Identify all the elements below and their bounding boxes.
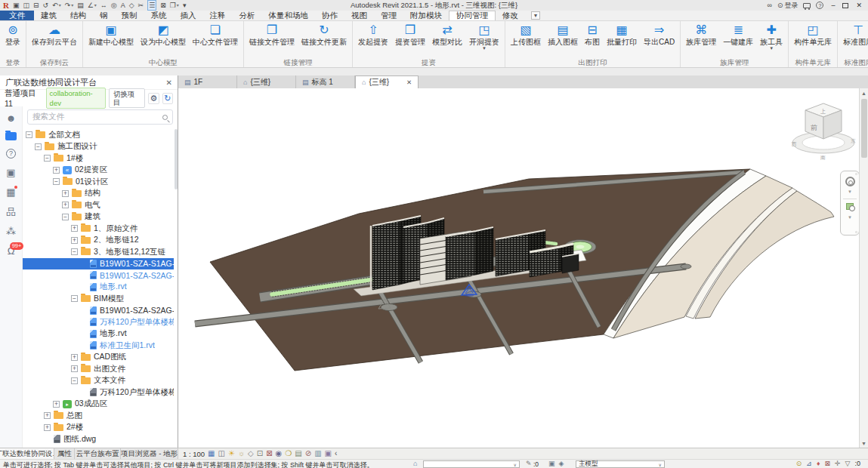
- view-tab-3d-2[interactable]: ⌂{三维}✕: [355, 75, 419, 88]
- worksharing-icon[interactable]: ▣: [325, 449, 332, 458]
- select-underlay-icon[interactable]: ⊿: [806, 460, 812, 467]
- ribbon-toggle-icon[interactable]: ▾: [531, 11, 540, 20]
- shadows-icon[interactable]: ☼: [238, 449, 245, 458]
- steering-wheel-icon[interactable]: [845, 177, 855, 186]
- tree-item[interactable]: −全部文档: [23, 129, 174, 141]
- tree-item[interactable]: +«02提资区: [23, 165, 174, 177]
- customize-qat-icon[interactable]: ▾: [183, 1, 187, 10]
- tree-item[interactable]: +CAD图纸: [23, 352, 174, 364]
- drawing-area[interactable]: 上 前 南 东 西 ▼ ▼: [178, 88, 859, 448]
- standard-drawing-library-button[interactable]: ⊤标准图库: [840, 22, 868, 46]
- ribbon-tab-建筑[interactable]: 建筑: [34, 11, 63, 20]
- ribbon-tab-协同管理[interactable]: 协同管理: [449, 11, 496, 20]
- tag-icon[interactable]: ◎: [111, 1, 117, 10]
- ribbon-tab-分析[interactable]: 分析: [233, 11, 262, 20]
- collapse-icon[interactable]: −: [71, 248, 78, 255]
- tree-item[interactable]: +2#楼: [23, 422, 174, 434]
- tree-item[interactable]: 地形.rvt: [23, 328, 174, 340]
- tree-item[interactable]: −1#楼: [23, 152, 174, 165]
- insert-titleblock-button[interactable]: ▤插入图框: [545, 22, 581, 46]
- one-key-library-button[interactable]: ≣一键建库: [720, 22, 756, 46]
- tree-item[interactable]: +▸03成品区: [23, 399, 174, 411]
- expand-icon[interactable]: +: [44, 412, 51, 419]
- zoom-dropdown-icon[interactable]: ▼: [848, 215, 852, 220]
- viewcube-front-label[interactable]: 前: [811, 124, 817, 131]
- ribbon-tab-系统[interactable]: 系统: [144, 11, 174, 20]
- search-icon[interactable]: ∞: [767, 2, 771, 9]
- login-button[interactable]: ⊚登录: [2, 22, 23, 46]
- tree-item[interactable]: −01设计区: [23, 176, 174, 188]
- hide-analytical-icon[interactable]: ⊘: [305, 449, 311, 458]
- ribbon-tab-附加模块[interactable]: 附加模块: [403, 11, 449, 20]
- scroll-down-icon[interactable]: ▼: [860, 439, 868, 448]
- save-icon[interactable]: ⊟: [33, 1, 39, 10]
- tab-close-icon[interactable]: ✕: [406, 79, 412, 86]
- tree-item[interactable]: +1、原始文件: [23, 223, 174, 235]
- view-scale[interactable]: 1 : 100: [183, 450, 205, 458]
- expand-icon[interactable]: +: [62, 202, 69, 208]
- upload-titleblock-button[interactable]: ▧上传图框: [508, 22, 544, 46]
- view-tab-level1[interactable]: ▤标高 1: [296, 75, 355, 88]
- collapse-icon[interactable]: −: [71, 295, 78, 302]
- ribbon-tab-修改[interactable]: 修改: [496, 11, 525, 20]
- crop-view-icon[interactable]: ⊡: [257, 449, 263, 458]
- collapse-icon[interactable]: −: [62, 214, 69, 220]
- submission-manage-button[interactable]: ❒提资管理: [392, 22, 428, 46]
- view-tab-1f[interactable]: ▤1F: [178, 75, 237, 88]
- tree-item[interactable]: +总图: [23, 410, 174, 422]
- family-library-button[interactable]: ⌘族库管理: [683, 22, 719, 46]
- initiate-submission-button[interactable]: ⇧发起提资: [355, 22, 391, 46]
- ribbon-display-toggle[interactable]: ▾: [525, 11, 546, 20]
- export-cad-button[interactable]: ⇒导出CAD: [641, 22, 678, 46]
- print-icon[interactable]: ▤: [77, 1, 84, 10]
- stats-icon[interactable]: ▦: [6, 186, 15, 198]
- switch-windows-icon[interactable]: ❐▾: [170, 1, 179, 10]
- refresh-icon[interactable]: ↻: [162, 93, 173, 104]
- panel-settings-icon[interactable]: ⚙: [148, 93, 159, 104]
- view-tab-3d-1[interactable]: ⌂{三维}: [237, 75, 296, 88]
- reveal-hidden-icon[interactable]: ❍: [285, 449, 292, 458]
- design-options-select[interactable]: 主模型∨: [576, 460, 665, 468]
- ribbon-tab-插入[interactable]: 插入: [174, 11, 203, 20]
- measure-icon[interactable]: ∠▾: [88, 1, 97, 10]
- dropdown-caret-icon[interactable]: ▾: [59, 1, 61, 10]
- component-unit-library-button[interactable]: ◰构件单元库: [791, 22, 835, 46]
- expand-icon[interactable]: +: [62, 190, 69, 197]
- active-workset-select[interactable]: ∨: [423, 460, 520, 468]
- tree-item[interactable]: +电气: [23, 199, 174, 211]
- model-compare-button[interactable]: ⇄模型对比: [429, 22, 465, 46]
- tree-scrollbar[interactable]: [175, 129, 178, 189]
- design-options-icon[interactable]: ◈: [559, 460, 564, 467]
- zoom-region-icon[interactable]: [846, 203, 854, 210]
- collapse-icon[interactable]: −: [35, 143, 42, 150]
- tree-item[interactable]: 图纸.dwg: [23, 433, 174, 445]
- tree-item[interactable]: 标准卫生间1.rvt: [23, 340, 174, 352]
- ribbon-tab-体量和场地[interactable]: 体量和场地: [262, 11, 316, 20]
- dropdown-caret-icon[interactable]: ▾: [177, 1, 179, 10]
- dropdown-caret-icon[interactable]: ▼: [482, 46, 487, 51]
- expand-icon[interactable]: +: [71, 365, 78, 372]
- save-to-cloud-button[interactable]: ☁保存到云平台: [29, 22, 80, 46]
- link-file-manage-button[interactable]: ❐链接文件管理: [246, 22, 298, 46]
- undo-icon[interactable]: ↶▾: [52, 1, 61, 10]
- tree-item[interactable]: −施工图设计: [23, 141, 174, 153]
- layout-button[interactable]: ⊟布图: [582, 22, 603, 46]
- search-magnifier-icon[interactable]: [162, 115, 168, 120]
- sync-icon[interactable]: ↺: [43, 1, 49, 10]
- family-tools-button[interactable]: ✚族工具▼: [757, 22, 786, 51]
- opening-submission-button[interactable]: ◳开洞提资▼: [466, 22, 502, 51]
- viewcube-top-label[interactable]: 上: [820, 109, 826, 114]
- tree-item[interactable]: B19W01-SZA-S2AG-AR-N: [23, 269, 174, 282]
- compass-east-label[interactable]: 东: [851, 138, 856, 143]
- ribbon-tab-视图[interactable]: 视图: [344, 11, 374, 20]
- select-links-icon[interactable]: ⊙: [796, 460, 802, 467]
- open-icon[interactable]: ◫: [23, 1, 29, 10]
- collapse-icon[interactable]: −: [26, 131, 32, 138]
- bottom-tab-0[interactable]: 广联达数维协同设...: [0, 448, 54, 459]
- temp-hide-icon[interactable]: ◉: [276, 449, 283, 458]
- render-icon[interactable]: ◇: [248, 449, 254, 458]
- notifications-icon[interactable]: Ω99+: [8, 245, 15, 257]
- tree-item[interactable]: +结构: [23, 188, 174, 200]
- ribbon-tab-预制[interactable]: 预制: [115, 11, 144, 20]
- set-central-model-button[interactable]: ◩设为中心模型: [137, 22, 189, 46]
